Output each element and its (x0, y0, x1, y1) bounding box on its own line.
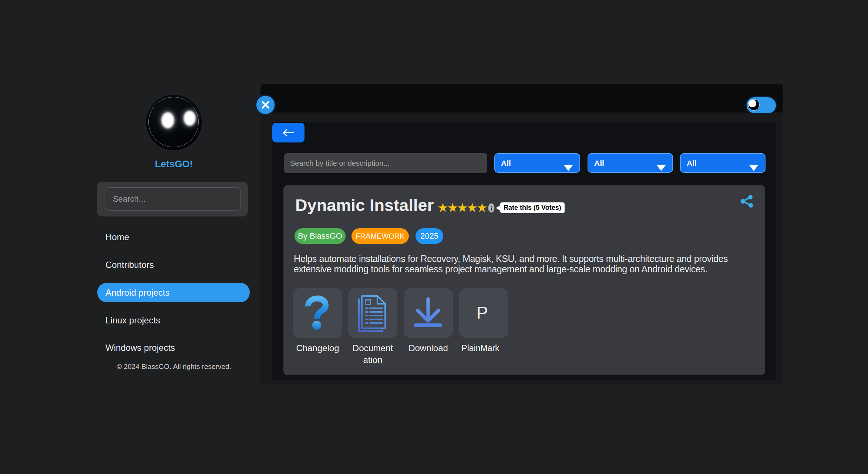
svg-text:i: i (491, 205, 492, 212)
